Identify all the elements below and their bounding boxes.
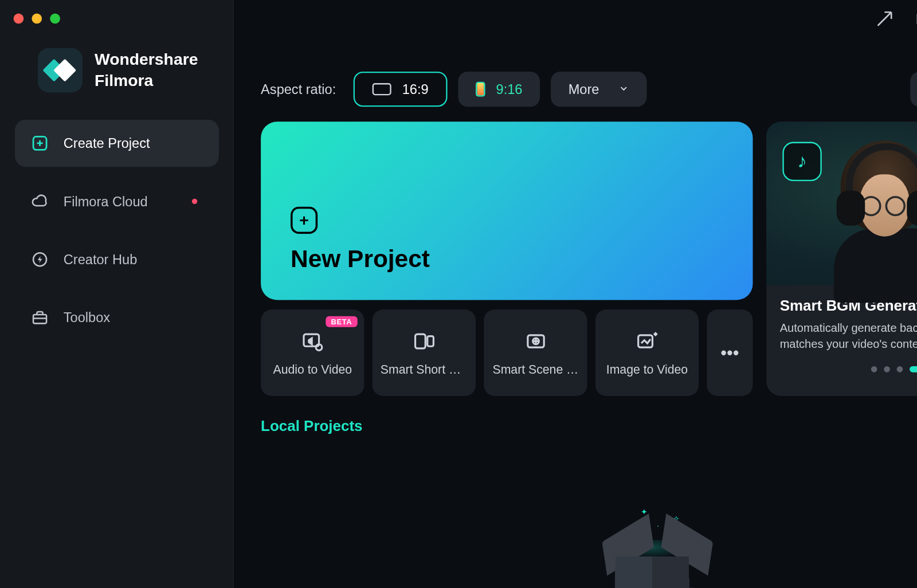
svg-point-12 bbox=[316, 344, 322, 350]
plus-square-icon bbox=[31, 135, 49, 152]
feature-description: Automatically generate background music … bbox=[780, 320, 917, 352]
topbar bbox=[234, 0, 917, 31]
cloud-icon bbox=[31, 193, 49, 210]
window-controls bbox=[0, 10, 234, 24]
person-illustration bbox=[834, 140, 917, 279]
scene-cut-icon bbox=[523, 329, 547, 353]
sidebar-nav: Create Project Filmora Cloud Creator Hub bbox=[0, 120, 234, 342]
close-icon[interactable] bbox=[14, 14, 24, 24]
app-title: Wondershare Filmora bbox=[95, 49, 198, 91]
aspect-more-button[interactable]: More bbox=[551, 72, 646, 107]
aspect-16-9-button[interactable]: 16:9 bbox=[354, 72, 448, 107]
sidebar: Wondershare Filmora Create Project Filmo… bbox=[0, 0, 234, 588]
toolbox-icon bbox=[31, 309, 49, 327]
sidebar-item-creator-hub[interactable]: Creator Hub bbox=[15, 236, 219, 283]
aspect-9-16-button[interactable]: 9:16 bbox=[458, 72, 540, 107]
tool-smart-scene-cut[interactable]: Smart Scene … bbox=[484, 309, 587, 396]
beta-badge: BETA bbox=[326, 316, 358, 327]
local-projects-title: Local Projects bbox=[261, 418, 362, 436]
short-clips-icon bbox=[412, 329, 436, 353]
new-project-label: New Project bbox=[291, 245, 723, 273]
maximize-icon[interactable] bbox=[50, 14, 60, 24]
chevron-down-icon bbox=[618, 81, 629, 97]
audio-video-icon bbox=[300, 329, 324, 353]
tool-audio-to-video[interactable]: BETA Audio to Video bbox=[261, 309, 364, 396]
bolt-circle-icon bbox=[31, 250, 49, 268]
landscape-icon bbox=[373, 83, 391, 95]
sidebar-item-label: Creator Hub bbox=[64, 252, 137, 267]
svg-rect-13 bbox=[415, 334, 425, 348]
video-plus-icon[interactable] bbox=[915, 9, 917, 29]
svg-rect-2 bbox=[33, 315, 46, 323]
carousel-dots[interactable] bbox=[780, 352, 917, 372]
app-logo-icon bbox=[38, 48, 83, 93]
feature-image: ♪ ♫ ♪ bbox=[766, 121, 917, 285]
feature-card[interactable]: ♪ ♫ ♪ bbox=[766, 121, 917, 396]
empty-box-icon: ✦ ✧ · bbox=[600, 504, 715, 588]
empty-state: ✦ ✧ · Recent Project bbox=[234, 435, 917, 588]
local-projects-header: Local Projects bbox=[234, 396, 917, 435]
sidebar-item-label: Toolbox bbox=[64, 310, 110, 326]
main: Aspect ratio: 16:9 9:16 More Open Projec… bbox=[234, 0, 917, 588]
svg-rect-14 bbox=[427, 336, 433, 346]
plus-icon: + bbox=[291, 207, 318, 234]
tool-image-to-video[interactable]: Image to Video bbox=[595, 309, 699, 396]
sidebar-item-toolbox[interactable]: Toolbox bbox=[15, 294, 219, 342]
new-project-button[interactable]: + New Project bbox=[261, 121, 753, 300]
hero-row: + New Project BETA Audio to Video Smart … bbox=[234, 121, 917, 396]
sidebar-item-label: Filmora Cloud bbox=[64, 194, 148, 209]
brand: Wondershare Filmora bbox=[0, 23, 234, 119]
open-project-button[interactable]: Open Project bbox=[911, 72, 917, 107]
sidebar-item-label: Create Project bbox=[64, 135, 150, 151]
sidebar-item-filmora-cloud[interactable]: Filmora Cloud bbox=[15, 178, 219, 225]
minimize-icon[interactable] bbox=[32, 14, 42, 24]
portrait-icon bbox=[476, 82, 485, 97]
image-video-icon bbox=[635, 329, 659, 353]
tool-smart-short-clips[interactable]: Smart Short C… bbox=[373, 309, 476, 396]
notification-dot-icon bbox=[192, 199, 197, 204]
aspect-ratio-label: Aspect ratio: bbox=[261, 81, 336, 97]
tool-more-button[interactable]: ••• bbox=[707, 309, 753, 396]
tool-cards: BETA Audio to Video Smart Short C… Smart… bbox=[261, 309, 753, 396]
ellipsis-icon: ••• bbox=[720, 342, 739, 363]
sidebar-item-create-project[interactable]: Create Project bbox=[15, 120, 219, 167]
aspect-ratio-row: Aspect ratio: 16:9 9:16 More Open Projec… bbox=[234, 31, 917, 121]
music-note-icon: ♪ bbox=[782, 142, 821, 181]
send-icon[interactable] bbox=[875, 9, 895, 29]
